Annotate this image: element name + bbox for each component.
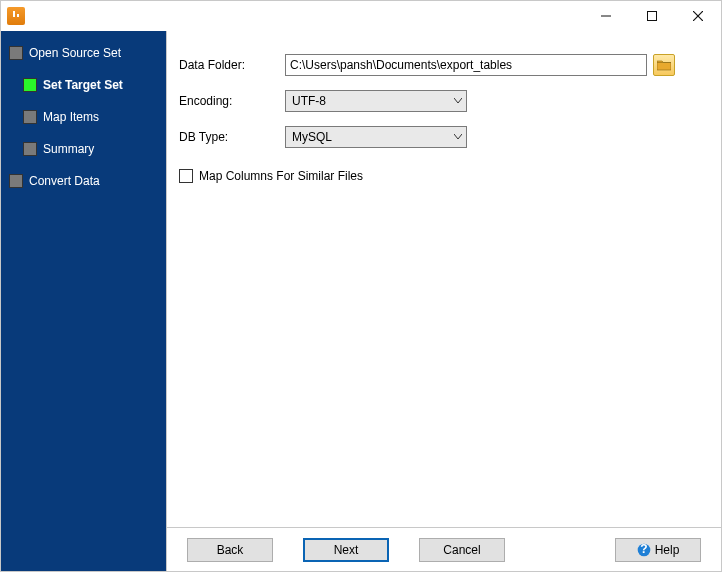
- data-folder-input[interactable]: [285, 54, 647, 76]
- svg-rect-1: [648, 12, 657, 21]
- dbtype-value: MySQL: [292, 130, 332, 144]
- main-panel: Data Folder: Encoding: UTF-8: [166, 31, 721, 571]
- wizard-sidebar: Open Source Set Set Target Set Map Items…: [1, 31, 166, 571]
- step-icon: [23, 78, 37, 92]
- map-columns-label: Map Columns For Similar Files: [199, 169, 363, 183]
- titlebar: [1, 1, 721, 31]
- dbtype-combo[interactable]: MySQL: [285, 126, 467, 148]
- step-icon: [23, 110, 37, 124]
- sidebar-item-set-target-set[interactable]: Set Target Set: [9, 69, 162, 101]
- button-bar: Back Next Cancel ? Help: [167, 527, 721, 571]
- sidebar-item-convert-data[interactable]: Convert Data: [9, 165, 162, 197]
- minimize-button[interactable]: [583, 2, 629, 30]
- next-button[interactable]: Next: [303, 538, 389, 562]
- close-button[interactable]: [675, 2, 721, 30]
- data-folder-label: Data Folder:: [179, 58, 285, 72]
- chevron-down-icon: [454, 134, 462, 140]
- step-icon: [9, 174, 23, 188]
- encoding-combo[interactable]: UTF-8: [285, 90, 467, 112]
- chevron-down-icon: [454, 98, 462, 104]
- dbtype-label: DB Type:: [179, 130, 285, 144]
- map-columns-checkbox[interactable]: [179, 169, 193, 183]
- encoding-value: UTF-8: [292, 94, 326, 108]
- sidebar-item-label: Map Items: [43, 110, 99, 124]
- help-icon: ?: [637, 543, 651, 557]
- map-columns-row: Map Columns For Similar Files: [179, 169, 705, 183]
- body-area: Open Source Set Set Target Set Map Items…: [1, 31, 721, 571]
- sidebar-item-label: Set Target Set: [43, 78, 123, 92]
- wizard-window: Open Source Set Set Target Set Map Items…: [0, 0, 722, 572]
- sidebar-item-open-source-set[interactable]: Open Source Set: [9, 37, 162, 69]
- form-area: Data Folder: Encoding: UTF-8: [167, 31, 721, 527]
- window-controls: [583, 2, 721, 30]
- app-icon: [7, 7, 25, 25]
- sidebar-item-label: Convert Data: [29, 174, 100, 188]
- browse-folder-button[interactable]: [653, 54, 675, 76]
- cancel-button[interactable]: Cancel: [419, 538, 505, 562]
- encoding-row: Encoding: UTF-8: [179, 83, 705, 119]
- maximize-button[interactable]: [629, 2, 675, 30]
- help-button[interactable]: ? Help: [615, 538, 701, 562]
- sidebar-item-label: Open Source Set: [29, 46, 121, 60]
- dbtype-row: DB Type: MySQL: [179, 119, 705, 155]
- encoding-label: Encoding:: [179, 94, 285, 108]
- sidebar-item-map-items[interactable]: Map Items: [9, 101, 162, 133]
- sidebar-item-label: Summary: [43, 142, 94, 156]
- data-folder-row: Data Folder:: [179, 47, 705, 83]
- step-icon: [23, 142, 37, 156]
- svg-text:?: ?: [640, 543, 647, 556]
- back-button[interactable]: Back: [187, 538, 273, 562]
- sidebar-item-summary[interactable]: Summary: [9, 133, 162, 165]
- step-icon: [9, 46, 23, 60]
